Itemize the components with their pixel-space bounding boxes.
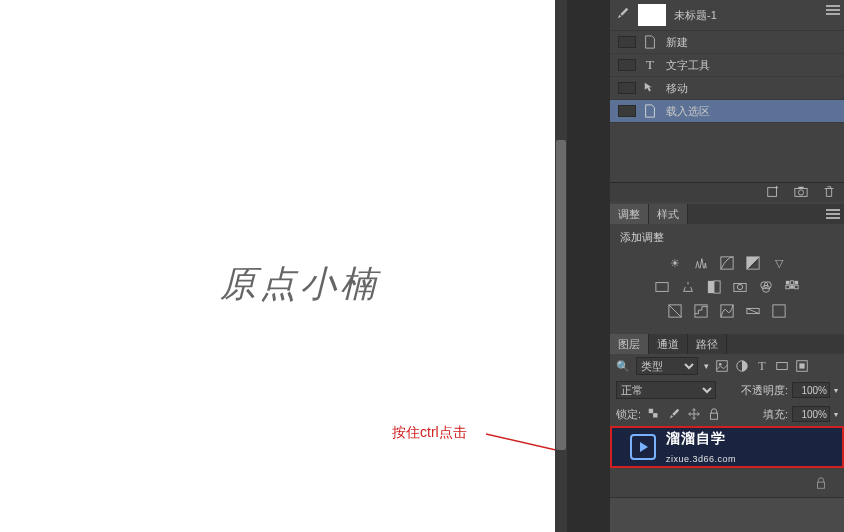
- adjustments-row-3: [610, 299, 844, 323]
- svg-rect-29: [777, 363, 788, 370]
- filter-type-icon[interactable]: T: [755, 359, 769, 373]
- canvas-scrollbar[interactable]: [555, 0, 567, 532]
- svg-rect-26: [717, 361, 728, 372]
- chevron-down-icon[interactable]: ▾: [834, 386, 838, 395]
- adjustments-row-1: ☀ ▽: [610, 251, 844, 275]
- svg-rect-18: [786, 285, 790, 289]
- lock-label: 锁定:: [616, 407, 641, 422]
- gradient-map-icon[interactable]: [744, 303, 762, 319]
- selective-color-icon[interactable]: [770, 303, 788, 319]
- history-item[interactable]: 移动: [610, 77, 844, 100]
- layer-filter-row: 🔍 类型 ▾ T: [610, 354, 844, 378]
- history-footer: [610, 182, 844, 202]
- play-icon: [630, 434, 656, 460]
- svg-rect-31: [799, 363, 804, 368]
- hue-sat-icon[interactable]: [653, 279, 671, 295]
- history-snapshot-checkbox[interactable]: [618, 105, 636, 117]
- vibrance-icon[interactable]: ▽: [770, 255, 788, 271]
- filter-search-icon[interactable]: 🔍: [616, 360, 630, 373]
- opacity-label: 不透明度:: [741, 383, 788, 398]
- filter-shape-icon[interactable]: [775, 359, 789, 373]
- fill-input[interactable]: [792, 406, 830, 422]
- tab-layers[interactable]: 图层: [610, 334, 649, 354]
- svg-rect-33: [653, 413, 657, 417]
- doc-icon: [642, 104, 658, 118]
- svg-rect-15: [786, 281, 790, 285]
- svg-rect-9: [714, 281, 720, 293]
- layer-row-background[interactable]: [610, 468, 844, 498]
- filter-smart-icon[interactable]: [795, 359, 809, 373]
- tab-styles[interactable]: 样式: [649, 204, 688, 224]
- svg-rect-20: [795, 285, 799, 289]
- layer-blend-row: 正常 不透明度: ▾: [610, 378, 844, 402]
- tab-paths[interactable]: 路径: [688, 334, 727, 354]
- photo-filter-icon[interactable]: [731, 279, 749, 295]
- chevron-down-icon[interactable]: ▾: [834, 410, 838, 419]
- layer-filter-select[interactable]: 类型: [636, 357, 698, 375]
- canvas-area[interactable]: 原点小楠: [0, 0, 555, 532]
- camera-icon[interactable]: [794, 185, 808, 201]
- svg-rect-32: [649, 409, 653, 413]
- layer-lock-row: 锁定: 填充: ▾: [610, 402, 844, 426]
- history-snapshot-checkbox[interactable]: [618, 82, 636, 94]
- lock-pixels-icon[interactable]: [667, 407, 681, 421]
- svg-rect-8: [708, 281, 714, 293]
- svg-rect-34: [711, 413, 718, 419]
- layer-list: 溜溜自学 zixue.3d66.com: [610, 426, 844, 498]
- svg-rect-35: [818, 482, 825, 488]
- tab-adjustments[interactable]: 调整: [610, 204, 649, 224]
- history-item-label: 移动: [666, 81, 844, 96]
- color-lookup-icon[interactable]: [783, 279, 801, 295]
- invert-icon[interactable]: [666, 303, 684, 319]
- add-adjustment-label: 添加调整: [610, 224, 844, 251]
- doc-thumbnail: [638, 4, 666, 26]
- posterize-icon[interactable]: [692, 303, 710, 319]
- svg-rect-1: [768, 187, 777, 196]
- color-balance-icon[interactable]: [679, 279, 697, 295]
- scrollbar-thumb[interactable]: [556, 140, 566, 450]
- layers-panel: 图层 通道 路径 🔍 类型 ▾ T 正常 不透明度: ▾ 锁定:: [610, 334, 844, 498]
- lock-position-icon[interactable]: [687, 407, 701, 421]
- lock-all-icon[interactable]: [707, 407, 721, 421]
- annotation-label: 按住ctrl点击: [392, 424, 467, 442]
- lock-icon: [814, 476, 828, 490]
- svg-rect-17: [795, 281, 799, 285]
- filter-adjustment-icon[interactable]: [735, 359, 749, 373]
- svg-rect-7: [656, 283, 668, 292]
- blend-mode-select[interactable]: 正常: [616, 381, 716, 399]
- history-snapshot-checkbox[interactable]: [618, 59, 636, 71]
- new-doc-from-state-icon[interactable]: [766, 185, 780, 201]
- history-list: 新建 T 文字工具 移动 载入选区: [610, 31, 844, 123]
- threshold-icon[interactable]: [718, 303, 736, 319]
- history-item-label: 载入选区: [666, 104, 844, 119]
- panel-menu-icon[interactable]: [826, 208, 840, 220]
- panel-menu-icon[interactable]: [826, 4, 840, 16]
- levels-icon[interactable]: [692, 255, 710, 271]
- canvas-text-content: 原点小楠: [220, 260, 380, 309]
- watermark-url: zixue.3d66.com: [666, 454, 736, 464]
- filter-pixel-icon[interactable]: [715, 359, 729, 373]
- doc-title: 未标题-1: [674, 8, 717, 23]
- adjustments-panel: 调整 样式 添加调整 ☀ ▽: [610, 204, 844, 334]
- svg-rect-16: [790, 281, 794, 285]
- history-panel: 未标题-1 新建 T 文字工具 移动 载入选区: [610, 0, 844, 204]
- curves-icon[interactable]: [718, 255, 736, 271]
- channel-mixer-icon[interactable]: [757, 279, 775, 295]
- opacity-input[interactable]: [792, 382, 830, 398]
- panel-stack: 未标题-1 新建 T 文字工具 移动 载入选区: [610, 0, 844, 532]
- brightness-contrast-icon[interactable]: ☀: [666, 255, 684, 271]
- fill-label: 填充:: [763, 407, 788, 422]
- history-doc-header[interactable]: 未标题-1: [610, 0, 844, 31]
- bw-icon[interactable]: [705, 279, 723, 295]
- history-item[interactable]: T 文字工具: [610, 54, 844, 77]
- brush-icon: [616, 6, 630, 20]
- tab-channels[interactable]: 通道: [649, 334, 688, 354]
- history-snapshot-checkbox[interactable]: [618, 36, 636, 48]
- exposure-icon[interactable]: [744, 255, 762, 271]
- lock-transparent-icon[interactable]: [647, 407, 661, 421]
- history-item[interactable]: 新建: [610, 31, 844, 54]
- trash-icon[interactable]: [822, 185, 836, 201]
- layer-row-watermark[interactable]: 溜溜自学 zixue.3d66.com: [610, 426, 844, 468]
- history-item[interactable]: 载入选区: [610, 100, 844, 123]
- svg-rect-5: [721, 257, 733, 269]
